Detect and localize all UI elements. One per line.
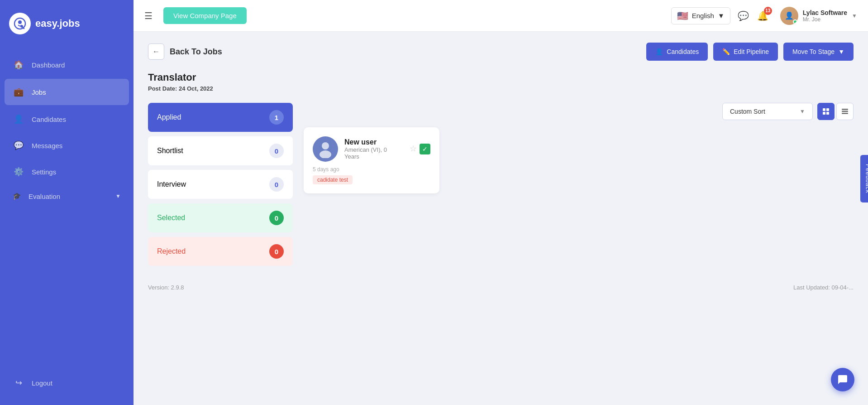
- list-view-button[interactable]: [836, 103, 854, 120]
- language-label: English: [692, 12, 714, 19]
- candidate-card: New user American (VI), 0 Years ☆ ✓ 5: [304, 127, 439, 193]
- notifications-icon[interactable]: 🔔 13: [757, 10, 768, 21]
- candidate-actions: ☆ ✓: [410, 144, 430, 154]
- grid-view-button[interactable]: [817, 103, 835, 120]
- user-company: Lylac Software: [803, 9, 847, 16]
- check-icon[interactable]: ✓: [420, 144, 430, 154]
- candidate-avatar: [313, 136, 338, 162]
- job-postdate: Post Date: 24 Oct, 2022: [148, 85, 854, 92]
- candidate-tag: cadidate test: [313, 175, 353, 184]
- job-title: Translator: [148, 72, 854, 83]
- sidebar-bottom: ↪ Logout: [0, 361, 134, 405]
- candidate-footer: 5 days ago cadidate test: [313, 166, 430, 184]
- sort-chevron-icon: ▼: [800, 108, 805, 115]
- sidebar-item-jobs[interactable]: 💼 Jobs: [5, 79, 129, 105]
- sidebar-logo: easy.jobs: [0, 0, 134, 47]
- home-icon: 🏠: [13, 59, 24, 71]
- user-menu-chevron-icon: ▼: [852, 13, 857, 19]
- flag-icon: 🇺🇸: [677, 10, 688, 21]
- stage-interview[interactable]: Interview 0: [148, 170, 293, 199]
- stage-selected[interactable]: Selected 0: [148, 203, 293, 232]
- messages-icon: 💬: [13, 140, 24, 151]
- sidebar-item-candidates[interactable]: 👤 Candidates: [0, 106, 134, 132]
- sort-label: Custom Sort: [730, 108, 765, 115]
- back-arrow-icon[interactable]: ←: [148, 43, 164, 60]
- jobs-icon: 💼: [13, 86, 24, 98]
- sidebar-item-dashboard[interactable]: 🏠 Dashboard: [0, 52, 134, 78]
- content-footer: Version: 2.9.8 Last Updated: 09-04-...: [148, 284, 854, 291]
- main-area: ☰ View Company Page 🇺🇸 English ▼ 💬 🔔 13 …: [134, 0, 868, 405]
- logout-icon: ↪: [13, 377, 24, 389]
- candidate-location: American (VI), 0 Years: [344, 146, 403, 160]
- sidebar: easy.jobs 🏠 Dashboard 💼 Jobs 👤 Candidate…: [0, 0, 134, 405]
- stage-rejected[interactable]: Rejected 0: [148, 237, 293, 266]
- job-info: Translator Post Date: 24 Oct, 2022: [148, 72, 854, 92]
- svg-rect-10: [842, 113, 848, 114]
- notification-badge: 13: [764, 7, 772, 15]
- svg-rect-5: [826, 108, 829, 111]
- star-icon[interactable]: ☆: [410, 144, 417, 154]
- app-name: easy.jobs: [35, 18, 80, 29]
- app-logo-icon: [9, 13, 31, 34]
- move-to-stage-button[interactable]: Move To Stage ▼: [783, 43, 854, 61]
- candidate-name: New user: [344, 138, 403, 146]
- svg-point-11: [322, 142, 329, 149]
- candidates-icon: 👤: [13, 113, 24, 125]
- sidebar-item-logout[interactable]: ↪ Logout: [0, 370, 134, 396]
- svg-rect-6: [823, 112, 825, 115]
- candidates-toolbar: Custom Sort ▼: [304, 103, 854, 120]
- sidebar-item-settings[interactable]: ⚙️ Settings: [0, 159, 134, 185]
- user-name: Mr. Joe: [803, 16, 847, 23]
- user-menu[interactable]: 👤 Lylac Software Mr. Joe ▼: [780, 7, 857, 25]
- svg-rect-4: [823, 108, 825, 111]
- header-buttons: 👤 Candidates ✏️ Edit Pipeline Move To St…: [646, 43, 854, 61]
- svg-point-12: [320, 150, 331, 158]
- back-navigation[interactable]: ← Back To Jobs: [148, 43, 222, 60]
- online-dot: [793, 19, 797, 24]
- edit-pipeline-button[interactable]: ✏️ Edit Pipeline: [713, 43, 778, 61]
- candidates-button[interactable]: 👤 Candidates: [646, 43, 708, 61]
- candidate-card-header: New user American (VI), 0 Years ☆ ✓: [313, 136, 430, 162]
- view-company-button[interactable]: View Company Page: [163, 7, 247, 24]
- content-header: ← Back To Jobs 👤 Candidates ✏️ Edit Pipe…: [148, 43, 854, 61]
- settings-icon: ⚙️: [13, 166, 24, 178]
- svg-rect-9: [842, 111, 848, 112]
- avatar: 👤: [780, 7, 798, 25]
- sidebar-item-evaluation[interactable]: 🎓 Evaluation ▼: [0, 185, 134, 207]
- version-text: Version: 2.9.8: [148, 284, 184, 291]
- pipeline-area: Applied 1 Shortlist 0 Interview 0 Select…: [148, 103, 854, 266]
- stage-applied[interactable]: Applied 1: [148, 103, 293, 132]
- back-label: Back To Jobs: [170, 47, 222, 57]
- view-toggle: [817, 103, 854, 120]
- chat-bubble-button[interactable]: [831, 368, 854, 391]
- language-selector[interactable]: 🇺🇸 English ▼: [671, 7, 730, 24]
- move-to-stage-chevron-icon: ▼: [838, 48, 844, 55]
- topbar-icons: 💬 🔔 13: [738, 10, 768, 21]
- evaluation-icon: 🎓: [13, 192, 21, 200]
- candidate-time: 5 days ago: [313, 166, 430, 173]
- candidates-panel: Custom Sort ▼: [304, 103, 854, 193]
- stage-list: Applied 1 Shortlist 0 Interview 0 Select…: [148, 103, 293, 266]
- svg-point-1: [18, 20, 22, 24]
- feedback-tab[interactable]: Feedback: [860, 155, 868, 202]
- stage-shortlist[interactable]: Shortlist 0: [148, 136, 293, 165]
- chat-icon[interactable]: 💬: [738, 10, 749, 21]
- sidebar-nav: 🏠 Dashboard 💼 Jobs 👤 Candidates 💬 Messag…: [0, 47, 134, 361]
- language-chevron-icon: ▼: [718, 12, 725, 19]
- content-area: ← Back To Jobs 👤 Candidates ✏️ Edit Pipe…: [134, 32, 868, 405]
- menu-icon[interactable]: ☰: [144, 10, 153, 21]
- candidates-btn-icon: 👤: [655, 48, 663, 55]
- sidebar-item-messages[interactable]: 💬 Messages: [0, 132, 134, 159]
- topbar: ☰ View Company Page 🇺🇸 English ▼ 💬 🔔 13 …: [134, 0, 868, 32]
- evaluation-chevron-icon: ▼: [115, 193, 121, 199]
- last-updated-text: Last Updated: 09-04-...: [793, 284, 854, 291]
- edit-pipeline-icon: ✏️: [722, 48, 730, 55]
- svg-rect-8: [842, 109, 848, 110]
- svg-rect-7: [826, 112, 829, 115]
- sort-select[interactable]: Custom Sort ▼: [722, 103, 813, 120]
